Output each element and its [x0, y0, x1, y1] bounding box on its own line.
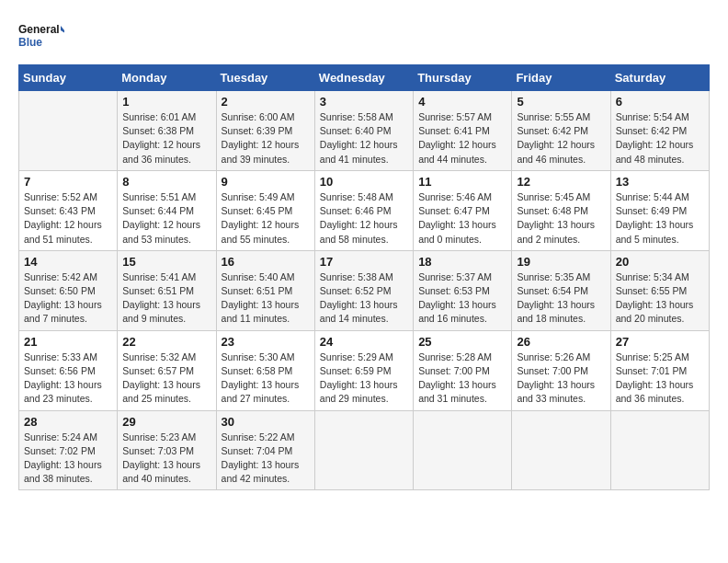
day-cell: 16Sunrise: 5:40 AM Sunset: 6:51 PM Dayli…: [216, 250, 314, 330]
day-cell: [512, 410, 610, 490]
day-info: Sunrise: 5:46 AM Sunset: 6:47 PM Dayligh…: [418, 190, 506, 247]
day-info: Sunrise: 5:41 AM Sunset: 6:51 PM Dayligh…: [122, 270, 210, 327]
day-info: Sunrise: 5:40 AM Sunset: 6:51 PM Dayligh…: [222, 270, 310, 327]
day-cell: [610, 410, 709, 490]
day-info: Sunrise: 5:57 AM Sunset: 6:41 PM Dayligh…: [418, 110, 506, 167]
day-cell: 15Sunrise: 5:41 AM Sunset: 6:51 PM Dayli…: [118, 250, 216, 330]
day-info: Sunrise: 5:55 AM Sunset: 6:42 PM Dayligh…: [517, 110, 605, 167]
day-info: Sunrise: 5:29 AM Sunset: 6:59 PM Dayligh…: [320, 350, 408, 407]
day-cell: 18Sunrise: 5:37 AM Sunset: 6:53 PM Dayli…: [414, 250, 512, 330]
day-cell: 7Sunrise: 5:52 AM Sunset: 6:43 PM Daylig…: [19, 170, 118, 250]
day-number: 9: [222, 175, 310, 189]
day-info: Sunrise: 5:58 AM Sunset: 6:40 PM Dayligh…: [320, 110, 408, 167]
day-info: Sunrise: 5:25 AM Sunset: 7:01 PM Dayligh…: [616, 350, 704, 407]
day-number: 3: [320, 95, 408, 109]
day-number: 10: [320, 175, 408, 189]
day-info: Sunrise: 5:28 AM Sunset: 7:00 PM Dayligh…: [418, 350, 506, 407]
day-cell: 22Sunrise: 5:32 AM Sunset: 6:57 PM Dayli…: [118, 330, 216, 410]
col-header-friday: Friday: [512, 65, 610, 91]
day-number: 22: [122, 335, 210, 349]
day-number: 20: [616, 255, 704, 269]
day-cell: 21Sunrise: 5:33 AM Sunset: 6:56 PM Dayli…: [19, 330, 118, 410]
col-header-monday: Monday: [118, 65, 216, 91]
week-row-5: 28Sunrise: 5:24 AM Sunset: 7:02 PM Dayli…: [19, 410, 710, 490]
day-info: Sunrise: 5:22 AM Sunset: 7:04 PM Dayligh…: [222, 431, 310, 487]
day-number: 18: [418, 255, 506, 269]
col-header-thursday: Thursday: [414, 65, 512, 91]
day-info: Sunrise: 5:51 AM Sunset: 6:44 PM Dayligh…: [122, 190, 210, 247]
day-number: 29: [122, 415, 210, 429]
day-cell: 26Sunrise: 5:26 AM Sunset: 7:00 PM Dayli…: [512, 330, 610, 410]
day-cell: [414, 410, 512, 490]
day-info: Sunrise: 5:44 AM Sunset: 6:49 PM Dayligh…: [616, 190, 704, 247]
page-header: General Blue: [18, 18, 710, 55]
day-cell: 29Sunrise: 5:23 AM Sunset: 7:03 PM Dayli…: [118, 410, 216, 490]
day-info: Sunrise: 5:26 AM Sunset: 7:00 PM Dayligh…: [517, 350, 605, 407]
day-info: Sunrise: 6:01 AM Sunset: 6:38 PM Dayligh…: [122, 110, 210, 167]
day-cell: 14Sunrise: 5:42 AM Sunset: 6:50 PM Dayli…: [19, 250, 118, 330]
week-row-1: 1Sunrise: 6:01 AM Sunset: 6:38 PM Daylig…: [19, 91, 710, 171]
day-cell: [314, 410, 413, 490]
day-info: Sunrise: 5:30 AM Sunset: 6:58 PM Dayligh…: [222, 350, 310, 407]
day-cell: 25Sunrise: 5:28 AM Sunset: 7:00 PM Dayli…: [414, 330, 512, 410]
week-row-3: 14Sunrise: 5:42 AM Sunset: 6:50 PM Dayli…: [19, 250, 710, 330]
day-info: Sunrise: 5:45 AM Sunset: 6:48 PM Dayligh…: [517, 190, 605, 247]
day-cell: 28Sunrise: 5:24 AM Sunset: 7:02 PM Dayli…: [19, 410, 118, 490]
day-cell: 23Sunrise: 5:30 AM Sunset: 6:58 PM Dayli…: [216, 330, 314, 410]
day-info: Sunrise: 5:52 AM Sunset: 6:43 PM Dayligh…: [24, 190, 112, 247]
day-info: Sunrise: 5:54 AM Sunset: 6:42 PM Dayligh…: [616, 110, 704, 167]
day-number: 19: [517, 255, 605, 269]
day-number: 24: [320, 335, 408, 349]
day-number: 27: [616, 335, 704, 349]
day-number: 8: [122, 175, 210, 189]
day-cell: 4Sunrise: 5:57 AM Sunset: 6:41 PM Daylig…: [414, 91, 512, 171]
svg-marker-2: [61, 26, 64, 35]
day-cell: 5Sunrise: 5:55 AM Sunset: 6:42 PM Daylig…: [512, 91, 610, 171]
logo: General Blue: [18, 18, 64, 55]
day-number: 4: [418, 95, 506, 109]
day-info: Sunrise: 5:35 AM Sunset: 6:54 PM Dayligh…: [517, 270, 605, 327]
day-cell: 20Sunrise: 5:34 AM Sunset: 6:55 PM Dayli…: [610, 250, 709, 330]
logo-svg: General Blue: [18, 18, 64, 55]
day-cell: 27Sunrise: 5:25 AM Sunset: 7:01 PM Dayli…: [610, 330, 709, 410]
day-info: Sunrise: 5:38 AM Sunset: 6:52 PM Dayligh…: [320, 270, 408, 327]
col-header-wednesday: Wednesday: [314, 65, 413, 91]
day-number: 28: [24, 415, 112, 429]
day-cell: 19Sunrise: 5:35 AM Sunset: 6:54 PM Dayli…: [512, 250, 610, 330]
day-info: Sunrise: 5:23 AM Sunset: 7:03 PM Dayligh…: [122, 431, 210, 487]
day-number: 15: [122, 255, 210, 269]
day-info: Sunrise: 5:24 AM Sunset: 7:02 PM Dayligh…: [24, 431, 112, 487]
col-header-sunday: Sunday: [19, 65, 118, 91]
day-number: 14: [24, 255, 112, 269]
day-info: Sunrise: 6:00 AM Sunset: 6:39 PM Dayligh…: [222, 110, 310, 167]
day-number: 21: [24, 335, 112, 349]
day-number: 26: [517, 335, 605, 349]
day-cell: 10Sunrise: 5:48 AM Sunset: 6:46 PM Dayli…: [314, 170, 413, 250]
day-info: Sunrise: 5:33 AM Sunset: 6:56 PM Dayligh…: [24, 350, 112, 407]
day-number: 5: [517, 95, 605, 109]
day-number: 7: [24, 175, 112, 189]
day-number: 25: [418, 335, 506, 349]
day-number: 6: [616, 95, 704, 109]
day-number: 2: [222, 95, 310, 109]
day-info: Sunrise: 5:32 AM Sunset: 6:57 PM Dayligh…: [122, 350, 210, 407]
day-number: 17: [320, 255, 408, 269]
day-number: 13: [616, 175, 704, 189]
col-header-tuesday: Tuesday: [216, 65, 314, 91]
day-cell: 8Sunrise: 5:51 AM Sunset: 6:44 PM Daylig…: [118, 170, 216, 250]
day-cell: 13Sunrise: 5:44 AM Sunset: 6:49 PM Dayli…: [610, 170, 709, 250]
calendar-table: SundayMondayTuesdayWednesdayThursdayFrid…: [18, 64, 710, 490]
day-number: 30: [222, 415, 310, 429]
day-info: Sunrise: 5:42 AM Sunset: 6:50 PM Dayligh…: [24, 270, 112, 327]
day-number: 11: [418, 175, 506, 189]
day-number: 1: [122, 95, 210, 109]
day-cell: 2Sunrise: 6:00 AM Sunset: 6:39 PM Daylig…: [216, 91, 314, 171]
day-cell: [19, 91, 118, 171]
day-cell: 17Sunrise: 5:38 AM Sunset: 6:52 PM Dayli…: [314, 250, 413, 330]
week-row-2: 7Sunrise: 5:52 AM Sunset: 6:43 PM Daylig…: [19, 170, 710, 250]
day-cell: 24Sunrise: 5:29 AM Sunset: 6:59 PM Dayli…: [314, 330, 413, 410]
day-cell: 12Sunrise: 5:45 AM Sunset: 6:48 PM Dayli…: [512, 170, 610, 250]
day-cell: 30Sunrise: 5:22 AM Sunset: 7:04 PM Dayli…: [216, 410, 314, 490]
svg-text:General: General: [18, 23, 60, 36]
day-cell: 11Sunrise: 5:46 AM Sunset: 6:47 PM Dayli…: [414, 170, 512, 250]
